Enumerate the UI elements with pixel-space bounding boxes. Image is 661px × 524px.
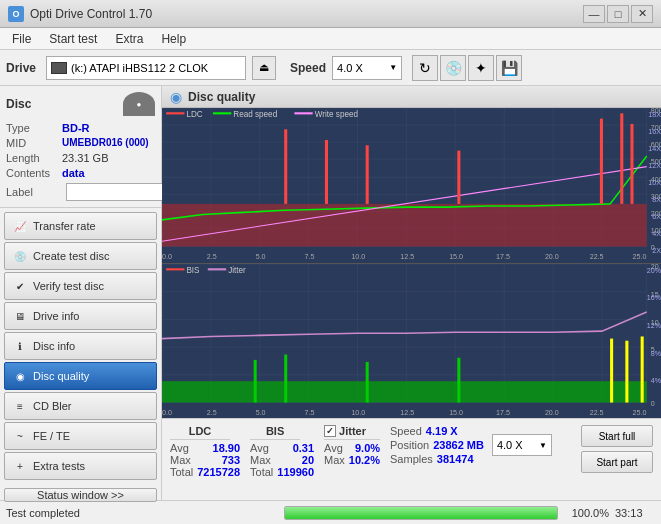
disc-info-icon: ℹ (13, 339, 27, 353)
status-window-button[interactable]: Status window >> (4, 488, 157, 502)
nav-create-test-disc[interactable]: 💿 Create test disc (4, 242, 157, 270)
svg-text:8%: 8% (651, 348, 661, 357)
svg-text:5.0: 5.0 (256, 408, 266, 417)
drive-select[interactable]: (k:) ATAPI iHBS112 2 CLOK (46, 56, 246, 80)
ldc-avg-label: Avg (170, 442, 189, 454)
svg-text:10.0: 10.0 (351, 252, 365, 261)
start-part-button[interactable]: Start part (581, 451, 653, 473)
verify-test-disc-icon: ✔ (13, 279, 27, 293)
contents-value: data (62, 167, 85, 179)
ldc-max-row: Max 733 (170, 454, 240, 466)
status-window-label: Status window >> (37, 489, 124, 501)
close-button[interactable]: ✕ (631, 5, 653, 23)
ldc-avg-row: Avg 18.90 (170, 442, 240, 454)
nav-cd-bler[interactable]: ≡ CD Bler (4, 392, 157, 420)
svg-text:7.5: 7.5 (305, 252, 315, 261)
speed-select[interactable]: 4.0 X ▼ (332, 56, 402, 80)
minimize-button[interactable]: — (583, 5, 605, 23)
nav-verify-test-disc[interactable]: ✔ Verify test disc (4, 272, 157, 300)
speed-select-arrow: ▼ (539, 441, 547, 450)
stats-bar: LDC Avg 18.90 Max 733 Total 7215728 BIS (162, 418, 661, 500)
progress-label: 100.0% (564, 507, 609, 519)
svg-text:15.0: 15.0 (449, 408, 463, 417)
extra-tests-icon: + (13, 459, 27, 473)
label-input[interactable] (66, 183, 166, 201)
svg-rect-86 (457, 357, 460, 402)
toolbar: Drive (k:) ATAPI iHBS112 2 CLOK ⏏ Speed … (0, 50, 661, 86)
ldc-total-value: 7215728 (197, 466, 240, 478)
svg-text:6X: 6X (652, 212, 661, 221)
svg-text:5.0: 5.0 (256, 252, 266, 261)
svg-rect-84 (284, 354, 287, 402)
svg-text:17.5: 17.5 (496, 252, 510, 261)
save-button[interactable]: 💾 (496, 55, 522, 81)
samples-value: 381474 (437, 453, 474, 465)
toolbar-icons: ↻ 💿 ✦ 💾 (412, 55, 522, 81)
maximize-button[interactable]: □ (607, 5, 629, 23)
drive-icon (51, 62, 67, 74)
top-chart-svg: 800 700 600 500 400 300 200 100 0 0.0 2.… (162, 108, 661, 263)
burn-button[interactable]: 💿 (440, 55, 466, 81)
svg-rect-21 (162, 204, 647, 247)
speed-dropdown-arrow: ▼ (389, 63, 397, 72)
nav-fe-te[interactable]: ~ FE / TE (4, 422, 157, 450)
svg-rect-25 (457, 151, 460, 204)
status-bar: Test completed 100.0% 33:13 (0, 500, 661, 524)
jitter-checkbox[interactable]: ✓ (324, 425, 336, 437)
start-full-button[interactable]: Start full (581, 425, 653, 447)
speed-col: Speed 4.19 X Position 23862 MB Samples 3… (390, 425, 484, 465)
nav-transfer-rate[interactable]: 📈 Transfer rate (4, 212, 157, 240)
svg-text:16%: 16% (647, 293, 661, 302)
eject-button[interactable]: ⏏ (252, 56, 276, 80)
svg-text:25.0: 25.0 (632, 252, 646, 261)
nav-drive-info[interactable]: 🖥 Drive info (4, 302, 157, 330)
refresh-button[interactable]: ↻ (412, 55, 438, 81)
nav-fe-te-label: FE / TE (33, 430, 70, 442)
svg-rect-87 (610, 338, 613, 402)
disc-icon: ● (123, 92, 155, 116)
svg-text:14X: 14X (648, 143, 661, 152)
jitter-max-label: Max (324, 454, 345, 466)
svg-text:4X: 4X (652, 229, 661, 238)
svg-text:10X: 10X (648, 178, 661, 187)
start-full-label: Start full (599, 431, 636, 442)
svg-text:17.5: 17.5 (496, 408, 510, 417)
svg-text:18X: 18X (648, 109, 661, 118)
nav-disc-quality[interactable]: ◉ Disc quality (4, 362, 157, 390)
drive-info-icon: 🖥 (13, 309, 27, 323)
svg-text:4%: 4% (651, 376, 661, 385)
mid-label: MID (6, 137, 62, 149)
panel-header: ◉ Disc quality (162, 86, 661, 108)
bottom-chart-svg: 20 15 10 5 0 0.0 2.5 5.0 7.5 10.0 12.5 1… (162, 264, 661, 419)
type-label: Type (6, 122, 62, 134)
svg-text:LDC: LDC (186, 108, 202, 118)
svg-text:15.0: 15.0 (449, 252, 463, 261)
svg-text:2X: 2X (652, 246, 661, 255)
create-test-disc-icon: 💿 (13, 249, 27, 263)
erase-button[interactable]: ✦ (468, 55, 494, 81)
nav-cd-bler-label: CD Bler (33, 400, 72, 412)
nav-verify-test-disc-label: Verify test disc (33, 280, 104, 292)
disc-section: Disc ● Type BD-R MID UMEBDR016 (000) Len… (0, 86, 161, 208)
speed-select[interactable]: 4.0 X ▼ (492, 434, 552, 456)
title-bar-controls: — □ ✕ (583, 5, 653, 23)
svg-text:2.5: 2.5 (207, 252, 217, 261)
speed-info-row: Speed 4.19 X (390, 425, 484, 437)
menu-help[interactable]: Help (153, 30, 194, 48)
menu-file[interactable]: File (4, 30, 39, 48)
svg-text:20.0: 20.0 (545, 408, 559, 417)
speed-row-group: Speed 4.19 X Position 23862 MB Samples 3… (390, 425, 571, 465)
nav-extra-tests[interactable]: + Extra tests (4, 452, 157, 480)
progress-bar (285, 507, 557, 519)
jitter-header-row: ✓ Jitter (324, 425, 380, 440)
disc-quality-icon: ◉ (13, 369, 27, 383)
bis-max-label: Max (250, 454, 271, 466)
menu-extra[interactable]: Extra (107, 30, 151, 48)
svg-text:0.0: 0.0 (162, 252, 172, 261)
nav-disc-info[interactable]: ℹ Disc info (4, 332, 157, 360)
samples-info-row: Samples 381474 (390, 453, 484, 465)
ldc-max-label: Max (170, 454, 191, 466)
ldc-total-row: Total 7215728 (170, 466, 240, 478)
jitter-avg-row: Avg 9.0% (324, 442, 380, 454)
menu-start-test[interactable]: Start test (41, 30, 105, 48)
